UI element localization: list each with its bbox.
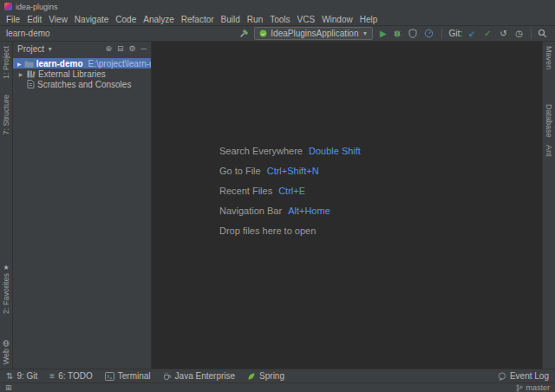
shortcut-hint: Drop files here to open <box>219 225 361 236</box>
navigation-bar-breadcrumb[interactable]: learn-demo <box>6 29 50 38</box>
toolwindow-switcher-icon[interactable]: ⊞ <box>5 383 12 392</box>
event-log-button[interactable]: Event Log <box>498 371 549 381</box>
collapse-all-icon[interactable]: ⊟ <box>117 44 124 53</box>
left-stripe-bottom: ★ 2: Favorites Web <box>2 264 10 364</box>
run-configuration-select[interactable]: IdeaPluginsApplication ▼ <box>254 27 373 40</box>
spring-leaf-icon <box>247 372 256 381</box>
libraries-icon <box>27 70 36 78</box>
history-clock-icon[interactable]: ◷ <box>513 28 525 39</box>
tree-node-label: External Libraries <box>38 69 106 79</box>
coffee-cup-icon <box>163 372 172 381</box>
project-tree: ▶ learn-demo E:\project\learn-demo ▶ Ext… <box>13 56 151 89</box>
tree-row-project-root[interactable]: ▶ learn-demo E:\project\learn-demo <box>13 58 151 69</box>
debug-bug-icon[interactable] <box>393 29 404 38</box>
shortcut-hint-label: Navigation Bar <box>219 206 282 216</box>
shortcut-hints: Search EverywhereDouble Shift Go to File… <box>219 146 361 245</box>
tool-window-button-maven[interactable]: Maven <box>545 46 553 69</box>
tool-window-button-database[interactable]: Database <box>545 104 553 138</box>
tool-window-button-todo[interactable]: ≡ 6: TODO <box>49 371 93 381</box>
menu-item[interactable]: Help <box>356 15 382 24</box>
shortcut-hint-keys: Ctrl+E <box>278 186 305 196</box>
main-area: 1: Project 7: Structure ★ 2: Favorites W… <box>0 42 555 369</box>
window-title: idea-plugins <box>16 3 58 11</box>
tree-node-path: E:\project\learn-demo <box>88 59 151 69</box>
shortcut-hint: Recent FilesCtrl+E <box>219 186 361 196</box>
menu-item[interactable]: Build <box>218 15 244 24</box>
tree-node-label: learn-demo <box>36 59 83 69</box>
search-everywhere-icon[interactable] <box>538 29 549 38</box>
menu-item[interactable]: Edit <box>23 15 45 24</box>
tree-row-external-libraries[interactable]: ▶ External Libraries <box>13 69 151 79</box>
shortcut-hint-label: Search Everywhere <box>219 146 303 156</box>
shortcut-hint-keys: Ctrl+Shift+N <box>267 166 319 176</box>
bottom-tool-stripe: ⇅ 9: Git ≡ 6: TODO Terminal Java Enterpr… <box>0 369 555 382</box>
star-icon: ★ <box>3 264 9 271</box>
folder-icon <box>24 60 34 68</box>
vcs-arrows-icon: ⇅ <box>6 372 13 381</box>
toolbar-run-controls: IdeaPluginsApplication ▼ ▶ Git: ↙ ✓ ↺ ◷ <box>238 27 549 40</box>
shortcut-hint-keys: Double Shift <box>309 146 361 156</box>
shortcut-hint-label: Drop files here to open <box>219 225 316 236</box>
project-panel-header: Project ▼ ⊕ ⊟ ⚙ ─ <box>13 42 151 56</box>
git-branch-name: master <box>526 383 550 392</box>
project-panel-toolbar: ⊕ ⊟ ⚙ ─ <box>105 44 147 53</box>
globe-icon <box>3 340 10 347</box>
locate-file-icon[interactable]: ⊕ <box>105 44 112 53</box>
menu-item[interactable]: Window <box>318 15 356 24</box>
tree-row-scratches[interactable]: Scratches and Consoles <box>13 79 151 89</box>
commit-check-icon[interactable]: ✓ <box>482 28 493 39</box>
titlebar: idea-plugins <box>0 0 555 13</box>
tool-window-button-favorites[interactable]: ★ 2: Favorites <box>2 264 10 314</box>
git-branch-widget[interactable]: master <box>516 383 550 392</box>
hide-panel-icon[interactable]: ─ <box>141 44 147 53</box>
shortcut-hint-label: Go to File <box>219 166 261 176</box>
run-with-coverage-icon[interactable] <box>408 29 420 38</box>
menu-item[interactable]: File <box>3 15 23 24</box>
menu-item[interactable]: Navigate <box>71 15 112 24</box>
expand-arrow-icon[interactable]: ▶ <box>17 71 24 77</box>
main-toolbar: learn-demo IdeaPluginsApplication ▼ ▶ <box>0 25 555 42</box>
menu-item[interactable]: View <box>45 15 71 24</box>
shortcut-hint: Navigation BarAlt+Home <box>219 206 361 216</box>
menu-item[interactable]: Analyze <box>140 15 178 24</box>
terminal-icon <box>105 372 114 381</box>
expand-arrow-icon[interactable]: ▶ <box>17 61 22 67</box>
chevron-down-icon[interactable]: ▼ <box>47 46 53 52</box>
ide-window: idea-plugins File Edit View Navigate Cod… <box>0 0 555 392</box>
spring-boot-icon <box>259 29 267 37</box>
tool-window-button-project[interactable]: 1: Project <box>2 46 10 79</box>
project-view-selector[interactable]: Project <box>17 44 44 54</box>
run-configuration-name: IdeaPluginsApplication <box>271 29 358 38</box>
update-project-icon[interactable]: ↙ <box>467 28 478 39</box>
scratch-file-icon <box>27 80 35 88</box>
app-logo-icon <box>4 3 12 10</box>
menu-item[interactable]: Code <box>112 15 140 24</box>
menu-item[interactable]: Refactor <box>178 15 218 24</box>
tool-window-button-web[interactable]: Web <box>2 340 10 364</box>
todo-list-icon: ≡ <box>49 372 55 381</box>
tool-window-button-spring[interactable]: Spring <box>247 371 284 381</box>
shortcut-hint: Go to FileCtrl+Shift+N <box>219 166 361 176</box>
event-log-balloon-icon <box>498 372 506 381</box>
toolbar-separator <box>441 29 442 39</box>
tool-window-button-structure[interactable]: 7: Structure <box>2 95 10 135</box>
git-label: Git: <box>448 29 462 38</box>
menu-item[interactable]: Tools <box>266 15 293 24</box>
build-hammer-icon[interactable] <box>238 29 250 39</box>
tool-window-button-terminal[interactable]: Terminal <box>105 371 151 381</box>
tool-window-button-ant[interactable]: Ant <box>545 145 553 157</box>
left-tool-stripe: 1: Project 7: Structure ★ 2: Favorites W… <box>0 42 13 369</box>
menu-item[interactable]: Run <box>244 15 266 24</box>
menubar: File Edit View Navigate Code Analyze Ref… <box>0 13 555 25</box>
editor-area[interactable]: Search EverywhereDouble Shift Go to File… <box>152 42 542 369</box>
profiler-icon[interactable] <box>424 29 435 38</box>
rollback-icon[interactable]: ↺ <box>498 28 509 39</box>
run-button[interactable]: ▶ <box>377 28 388 39</box>
status-bar: ⊞ master <box>0 382 555 392</box>
gear-icon[interactable]: ⚙ <box>129 44 136 53</box>
toolbar-separator <box>531 29 532 39</box>
tool-window-button-git[interactable]: ⇅ 9: Git <box>6 371 37 381</box>
tree-node-label: Scratches and Consoles <box>37 80 131 89</box>
tool-window-button-java-enterprise[interactable]: Java Enterprise <box>163 371 235 381</box>
menu-item[interactable]: VCS <box>294 15 319 24</box>
